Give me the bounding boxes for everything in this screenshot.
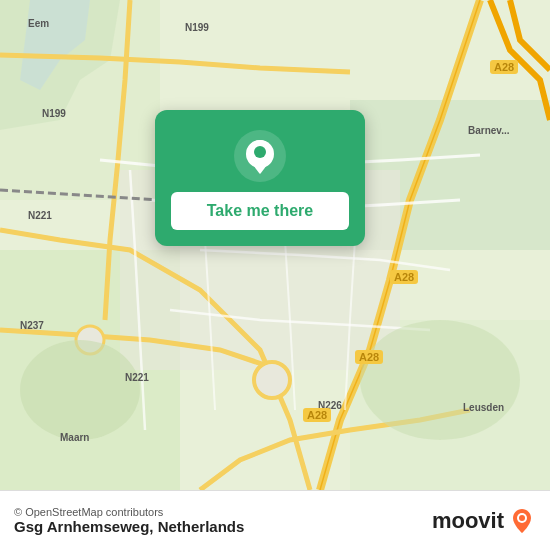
location-card: Take me there (155, 110, 365, 246)
location-info: © OpenStreetMap contributors Gsg Arnhems… (14, 506, 244, 535)
svg-point-6 (254, 362, 290, 398)
svg-point-9 (20, 340, 140, 440)
moovit-pin-icon (508, 507, 536, 535)
svg-point-16 (519, 515, 525, 521)
attribution: © OpenStreetMap contributors (14, 506, 163, 518)
svg-point-14 (254, 146, 266, 158)
moovit-logo: moovit (432, 507, 536, 535)
map-container: Eem N199 N199 N221 N221 N237 N226 A28 A2… (0, 0, 550, 490)
location-name: Gsg Arnhemseweg, Netherlands (14, 518, 244, 535)
svg-point-10 (360, 320, 520, 440)
moovit-text: moovit (432, 508, 504, 534)
take-me-there-button[interactable]: Take me there (171, 192, 349, 230)
bottom-bar: © OpenStreetMap contributors Gsg Arnhems… (0, 490, 550, 550)
location-pin-icon (234, 130, 286, 182)
